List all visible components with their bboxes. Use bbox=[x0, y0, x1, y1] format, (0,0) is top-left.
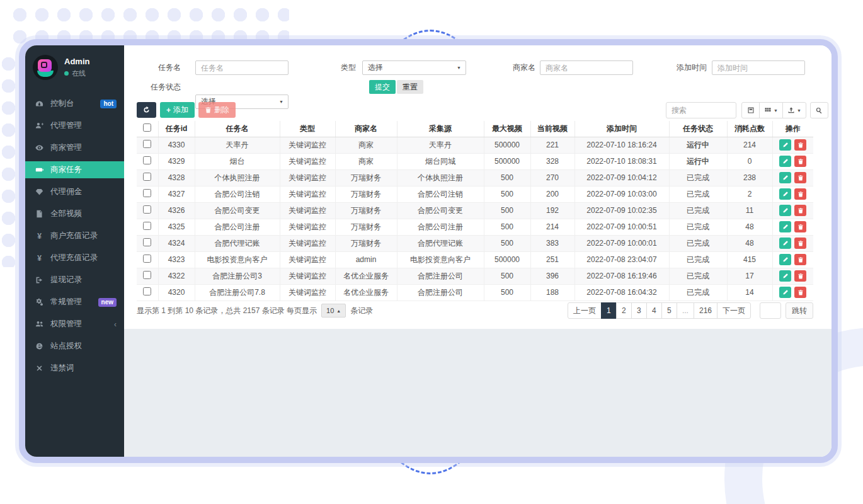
edit-button[interactable] bbox=[779, 172, 791, 183]
export-button[interactable]: ▼ bbox=[782, 102, 806, 118]
sidebar-item-0[interactable]: 控制台hot bbox=[25, 95, 124, 112]
row-delete-button[interactable] bbox=[794, 139, 806, 151]
user-status: 在线 bbox=[64, 69, 89, 78]
cell-current: 328 bbox=[530, 153, 574, 169]
gem-icon bbox=[34, 188, 45, 196]
cell-type: 关键词监控 bbox=[280, 251, 335, 268]
row-checkbox[interactable] bbox=[143, 156, 151, 164]
row-delete-button[interactable] bbox=[794, 221, 806, 232]
sidebar-item-12[interactable]: 违禁词 bbox=[25, 360, 124, 377]
jump-button[interactable]: 跳转 bbox=[786, 302, 813, 319]
row-checkbox[interactable] bbox=[143, 173, 151, 181]
merchant-input[interactable] bbox=[540, 60, 633, 75]
select-all-checkbox[interactable] bbox=[143, 123, 151, 132]
edit-button[interactable] bbox=[779, 287, 791, 298]
sidebar-item-5[interactable]: 全部视频 bbox=[25, 205, 124, 222]
page-size-dropdown[interactable]: 10▲ bbox=[321, 304, 346, 318]
row-delete-button[interactable] bbox=[794, 254, 806, 265]
yen-icon: ¥ bbox=[34, 232, 45, 241]
row-checkbox[interactable] bbox=[143, 255, 151, 263]
battery-card-icon bbox=[34, 166, 45, 174]
status-badge: 已完成 bbox=[669, 186, 727, 202]
cell-added: 2022-07-08 23:04:07 bbox=[574, 251, 669, 268]
sidebar-badge: new bbox=[98, 298, 117, 307]
edit-button[interactable] bbox=[779, 188, 791, 200]
table-search-input[interactable] bbox=[666, 102, 736, 118]
sidebar-item-8[interactable]: 提现记录 bbox=[25, 272, 124, 289]
row-delete-button[interactable] bbox=[794, 287, 806, 298]
task-name-input[interactable] bbox=[195, 60, 289, 75]
cell-points: 48 bbox=[727, 235, 772, 251]
sidebar-item-4[interactable]: 代理佣金 bbox=[25, 183, 124, 200]
sidebar-item-1[interactable]: 代理管理 bbox=[25, 117, 124, 134]
edit-button[interactable] bbox=[779, 205, 791, 216]
add-button[interactable]: +添加 bbox=[160, 102, 195, 118]
sidebar-item-label: 控制台 bbox=[50, 98, 100, 109]
cell-max: 500 bbox=[484, 268, 530, 284]
summary-suffix: 条记录 bbox=[350, 306, 373, 316]
columns-button[interactable]: ▼ bbox=[759, 102, 783, 118]
page-button-3[interactable]: 3 bbox=[631, 302, 647, 319]
chevron-up-icon: ▲ bbox=[336, 309, 341, 313]
row-delete-button[interactable] bbox=[794, 156, 806, 167]
row-checkbox[interactable] bbox=[143, 238, 151, 246]
sidebar-item-6[interactable]: ¥商户充值记录 bbox=[25, 227, 124, 244]
cell-id: 4325 bbox=[158, 219, 195, 235]
cell-type: 关键词监控 bbox=[280, 186, 335, 202]
columns-grid-icon bbox=[764, 106, 772, 114]
page-button-2[interactable]: 2 bbox=[616, 302, 632, 319]
row-checkbox[interactable] bbox=[143, 189, 151, 197]
table-view-group: ▼ ▼ bbox=[741, 102, 806, 118]
row-checkbox[interactable] bbox=[143, 140, 151, 148]
search-button[interactable] bbox=[810, 102, 828, 118]
cell-added: 2022-07-09 10:00:01 bbox=[574, 235, 669, 251]
row-delete-button[interactable] bbox=[794, 270, 806, 282]
sidebar-item-2[interactable]: 商家管理 bbox=[25, 139, 124, 156]
toggle-view-button[interactable] bbox=[741, 102, 760, 118]
column-header: 操作 bbox=[772, 121, 813, 137]
sidebar-item-label: 违禁词 bbox=[50, 363, 117, 374]
edit-button[interactable] bbox=[779, 254, 791, 265]
edit-button[interactable] bbox=[779, 139, 791, 151]
edit-button[interactable] bbox=[779, 156, 791, 167]
prev-page-button[interactable]: 上一页 bbox=[568, 302, 602, 319]
submit-button[interactable]: 提交 bbox=[369, 80, 396, 94]
row-checkbox[interactable] bbox=[143, 271, 151, 279]
cell-merchant: 万瑞财务 bbox=[335, 186, 397, 202]
user-status-label: 在线 bbox=[72, 69, 86, 78]
table-row: 4320合肥注册公司7.8关键词监控名优企业服务合肥注册公司5001882022… bbox=[137, 284, 813, 301]
row-checkbox[interactable] bbox=[143, 205, 151, 214]
cell-added: 2022-07-09 10:02:35 bbox=[574, 202, 669, 219]
type-select[interactable]: 选择 ▼ bbox=[362, 60, 466, 75]
sidebar-item-11[interactable]: 站点授权 bbox=[25, 338, 124, 355]
add-time-input[interactable] bbox=[712, 60, 805, 75]
edit-button[interactable] bbox=[779, 238, 791, 249]
type-select-value: 选择 bbox=[368, 62, 383, 73]
page-button-5[interactable]: 5 bbox=[661, 302, 677, 319]
edit-button[interactable] bbox=[779, 221, 791, 232]
sidebar-item-7[interactable]: ¥代理充值记录 bbox=[25, 249, 124, 266]
reset-button[interactable]: 重置 bbox=[397, 80, 423, 94]
row-checkbox[interactable] bbox=[143, 222, 151, 230]
row-delete-button[interactable] bbox=[794, 238, 806, 249]
page-button-1[interactable]: 1 bbox=[601, 302, 617, 319]
x-icon bbox=[34, 364, 45, 372]
refresh-button[interactable] bbox=[137, 102, 156, 118]
delete-button[interactable]: 删除 bbox=[198, 102, 236, 118]
page-button-4[interactable]: 4 bbox=[646, 302, 662, 319]
status-badge: 已完成 bbox=[669, 235, 727, 251]
sidebar-item-3[interactable]: 商家任务 bbox=[25, 161, 124, 178]
sidebar-item-9[interactable]: 常规管理new bbox=[25, 294, 124, 311]
row-delete-button[interactable] bbox=[794, 188, 806, 200]
dashboard-icon bbox=[34, 100, 45, 108]
row-delete-button[interactable] bbox=[794, 172, 806, 183]
cell-max: 500000 bbox=[484, 153, 530, 169]
edit-button[interactable] bbox=[779, 270, 791, 282]
sidebar-item-10[interactable]: 权限管理‹ bbox=[25, 316, 124, 333]
next-page-button[interactable]: 下一页 bbox=[717, 302, 751, 319]
page-button-216[interactable]: 216 bbox=[694, 302, 717, 319]
row-delete-button[interactable] bbox=[794, 205, 806, 216]
cell-id: 4326 bbox=[158, 202, 195, 219]
row-checkbox[interactable] bbox=[143, 287, 151, 295]
jump-page-input[interactable] bbox=[760, 302, 781, 319]
